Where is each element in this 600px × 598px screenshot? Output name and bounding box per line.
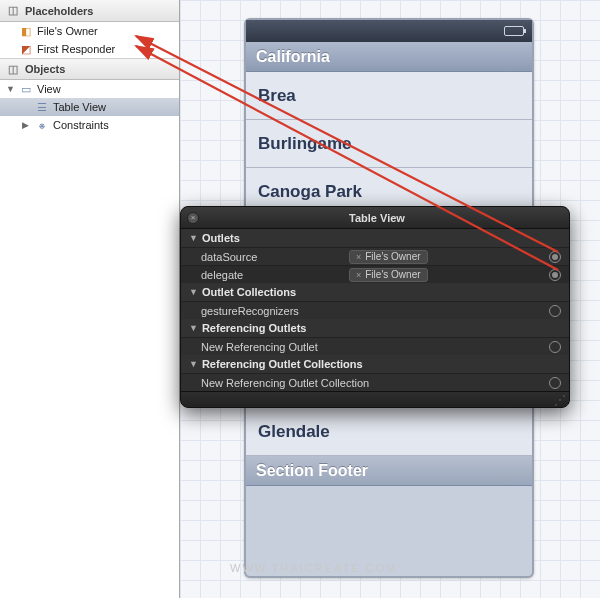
connection-chip[interactable]: ×File's Owner [349,268,428,282]
outline-section-placeholders: Placeholders [0,0,179,22]
connection-port-filled-icon[interactable] [549,251,561,263]
hud-section-ref-outlet-collections[interactable]: ▼Referencing Outlet Collections [181,355,569,373]
tree-view[interactable]: ▼ View [0,80,179,98]
cube-icon [6,62,20,76]
cube-icon [6,4,20,18]
remove-connection-icon[interactable]: × [356,270,361,280]
table-view-icon [35,100,49,114]
section-label: Objects [25,63,65,75]
hud-section-outlet-collections[interactable]: ▼Outlet Collections [181,283,569,301]
tree-first-responder[interactable]: First Responder [0,40,179,58]
hud-title: Table View [205,212,563,224]
connection-chip[interactable]: ×File's Owner [349,250,428,264]
battery-icon [504,26,524,36]
view-icon [19,82,33,96]
hud-titlebar[interactable]: × Table View [181,207,569,229]
hud-section-ref-outlets[interactable]: ▼Referencing Outlets [181,319,569,337]
table-cell[interactable]: Glendale [246,408,532,456]
tree-label: View [37,83,61,95]
section-header-label: California [256,48,330,66]
tree-label: Table View [53,101,106,113]
new-ref-outlet-collection-row[interactable]: New Referencing Outlet Collection [181,373,569,391]
disclosure-triangle-icon[interactable]: ▶ [22,120,31,130]
outlet-name: New Referencing Outlet Collection [201,377,549,389]
table-section-footer: Section Footer [246,456,532,486]
table-cell[interactable]: Brea [246,72,532,120]
table-section-header: California [246,42,532,72]
connection-port-empty-icon[interactable] [549,377,561,389]
section-footer-label: Section Footer [256,462,368,480]
outlet-name: New Referencing Outlet [201,341,549,353]
connection-port-empty-icon[interactable] [549,305,561,317]
hud-resize-grip[interactable]: ⋰ [181,391,569,407]
tree-label: Constraints [53,119,109,131]
tree-files-owner[interactable]: File's Owner [0,22,179,40]
files-owner-icon [19,24,33,38]
tree-constraints[interactable]: ▶ Constraints [0,116,179,134]
outline-section-objects: Objects [0,58,179,80]
connection-port-empty-icon[interactable] [549,341,561,353]
connections-inspector[interactable]: × Table View ▼Outlets dataSource ×File's… [180,206,570,408]
remove-connection-icon[interactable]: × [356,252,361,262]
tree-label: File's Owner [37,25,98,37]
section-label: Placeholders [25,5,93,17]
connection-port-filled-icon[interactable] [549,269,561,281]
outlet-gesturerecognizers-row[interactable]: gestureRecognizers [181,301,569,319]
outlet-datasource-row[interactable]: dataSource ×File's Owner [181,247,569,265]
tree-label: First Responder [37,43,115,55]
disclosure-triangle-icon[interactable]: ▼ [6,84,15,94]
outlet-delegate-row[interactable]: delegate ×File's Owner [181,265,569,283]
outlet-name: dataSource [201,251,349,263]
status-bar [246,20,532,42]
outlet-name: gestureRecognizers [201,305,349,317]
watermark: WWW.THAICREATE.COM [230,562,397,574]
tree-table-view[interactable]: Table View [0,98,179,116]
outlet-name: delegate [201,269,349,281]
constraints-icon [35,118,49,132]
new-ref-outlet-row[interactable]: New Referencing Outlet [181,337,569,355]
first-responder-icon [19,42,33,56]
table-cell[interactable]: Burlingame [246,120,532,168]
close-icon[interactable]: × [187,212,199,224]
document-outline: Placeholders File's Owner First Responde… [0,0,180,598]
hud-section-outlets[interactable]: ▼Outlets [181,229,569,247]
